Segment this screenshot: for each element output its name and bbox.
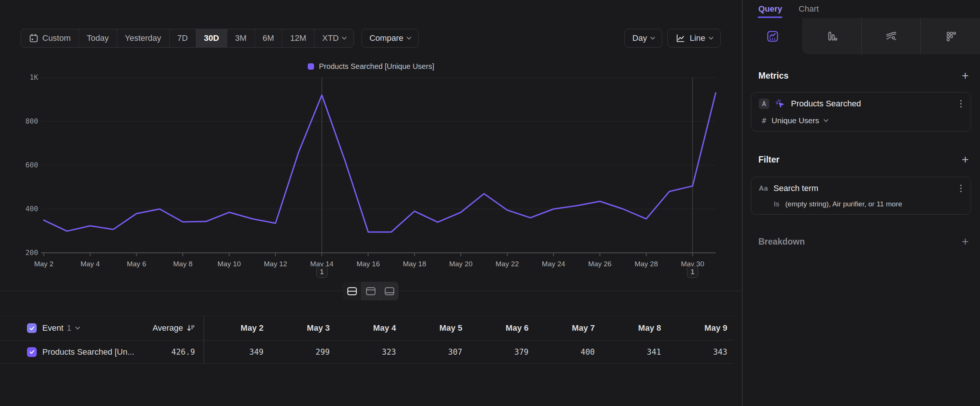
panel-tabs: Query Chart (743, 0, 980, 18)
x-axis-tick-label: May 20 (436, 260, 485, 268)
filter-operator: Is (774, 200, 780, 208)
range-custom[interactable]: Custom (21, 29, 79, 47)
chart-plot-svg[interactable] (41, 78, 716, 256)
chart-type-flow-button[interactable] (861, 18, 921, 54)
chevron-down-icon (407, 35, 412, 40)
dots-grid-icon (945, 31, 956, 42)
filter-property-name[interactable]: Search term (773, 183, 818, 193)
aggregation-label: Unique Users (772, 116, 819, 125)
value-cell: 299 (270, 347, 337, 357)
layout-bottom-button[interactable] (380, 282, 399, 300)
series-average-value: 426.9 (172, 347, 195, 357)
flow-chart-icon (886, 31, 897, 42)
chart-type-bar-button[interactable] (802, 18, 861, 54)
table-row-values: 349299323307379400341343 (204, 341, 734, 363)
string-property-icon: Aa (759, 184, 768, 193)
chevron-down-icon (824, 117, 828, 122)
value-cell: 379 (469, 347, 535, 357)
granularity-label: Day (632, 33, 647, 43)
x-axis-tick-label: May 6 (112, 260, 161, 268)
compare-button[interactable]: Compare (362, 29, 418, 48)
line-chart-icon (675, 33, 686, 43)
tab-query[interactable]: Query (758, 4, 782, 14)
chevron-down-icon (709, 35, 713, 40)
filter-kebab-menu[interactable] (959, 183, 963, 194)
add-filter-button[interactable]: + (962, 154, 969, 165)
breakdown-table: Event 1 Average May 2May 3May 4May 5May … (0, 316, 734, 364)
x-axis-tick-label: May 22 (483, 260, 531, 268)
range-today[interactable]: Today (79, 29, 117, 47)
date-column-header: May 3 (270, 323, 337, 333)
filter-card[interactable]: Aa Search term Is (empty string), Air pu… (751, 177, 971, 215)
range-6m[interactable]: 6M (255, 29, 282, 47)
y-axis-tick-label: 1K (8, 73, 38, 81)
filter-condition-row[interactable]: Is (empty string), Air purifier, or 11 m… (759, 200, 963, 208)
date-column-header: May 5 (403, 323, 469, 333)
y-axis-tick-label: 200 (8, 248, 38, 256)
metric-name[interactable]: Products Searched (791, 99, 861, 108)
date-column-header: May 7 (535, 323, 601, 333)
event-count: 1 (67, 323, 71, 333)
top-view-icon (366, 287, 376, 296)
range-30d[interactable]: 30D (196, 29, 227, 47)
breakdown-title: Breakdown (758, 237, 805, 247)
annotation-badge[interactable]: 1 (687, 266, 698, 278)
range-label: 3M (235, 33, 247, 43)
series-checkbox[interactable] (27, 347, 37, 357)
aggregation-type-icon: # (762, 116, 766, 125)
x-axis-tick-label: May 10 (205, 260, 253, 268)
filter-card-row: Aa Search term (759, 183, 963, 194)
metric-aggregation-row[interactable]: # Unique Users (759, 116, 963, 125)
value-cell: 341 (601, 347, 668, 357)
range-7d[interactable]: 7D (169, 29, 196, 47)
x-axis-tick-label: May 16 (344, 260, 393, 268)
metrics-header: Metrics + (758, 70, 969, 81)
range-label: Yesterday (125, 33, 161, 43)
sort-descending-icon[interactable] (187, 324, 195, 332)
add-metric-button[interactable]: + (962, 70, 969, 81)
filter-title: Filter (758, 155, 780, 165)
range-label: Custom (42, 33, 71, 43)
compare-label: Compare (369, 33, 403, 43)
date-column-header: May 2 (204, 323, 270, 333)
annotation-badge[interactable]: 1 (316, 266, 328, 278)
insights-chart-icon (766, 30, 779, 43)
chart-type-retention-button[interactable] (921, 18, 980, 54)
add-breakdown-button[interactable]: + (962, 236, 969, 247)
x-axis-tick-label: May 4 (66, 260, 115, 268)
series-label: Products Searched [Un... (42, 347, 134, 357)
tab-chart[interactable]: Chart (799, 4, 819, 14)
value-cell: 323 (337, 347, 403, 357)
chart-type-button[interactable]: Line (667, 29, 721, 48)
split-view-icon (347, 287, 357, 296)
chart-legend[interactable]: Products Searched [Unique Users] (0, 62, 742, 71)
chart-type-insights-button[interactable] (743, 18, 802, 54)
chevron-down-icon (342, 35, 347, 40)
value-cell: 349 (204, 347, 270, 357)
range-xtd[interactable]: XTD (314, 29, 354, 47)
query-panel: Query Chart (742, 0, 980, 406)
metric-card[interactable]: A Products Searched # Unique Users (751, 92, 971, 131)
layout-split-button[interactable] (342, 282, 361, 300)
series-line (44, 93, 716, 232)
table-row: Products Searched [Un... 426.9 349299323… (0, 341, 734, 364)
date-column-header: May 6 (469, 323, 535, 333)
value-cell: 307 (403, 347, 469, 357)
range-3m[interactable]: 3M (227, 29, 255, 47)
date-column-header: May 9 (668, 323, 734, 333)
metric-kebab-menu[interactable] (959, 99, 963, 109)
chevron-down-icon[interactable] (75, 325, 80, 330)
table-row-left: Products Searched [Un... 426.9 (0, 341, 204, 363)
range-label: 30D (204, 33, 219, 43)
toolbar: CustomTodayYesterday7D30D3M6M12MXTD Comp… (21, 29, 721, 48)
select-all-checkbox[interactable] (27, 323, 37, 333)
layout-top-button[interactable] (361, 282, 380, 300)
range-yesterday[interactable]: Yesterday (117, 29, 169, 47)
filter-value: (empty string), Air purifier, or 11 more (785, 200, 902, 208)
y-axis-tick-label: 800 (8, 117, 38, 125)
date-column-header: May 8 (601, 323, 668, 333)
bar-chart-icon (826, 31, 837, 42)
range-12m[interactable]: 12M (282, 29, 314, 47)
table-header-dates: May 2May 3May 4May 5May 6May 7May 8May 9 (204, 316, 734, 340)
granularity-button[interactable]: Day (624, 29, 662, 48)
